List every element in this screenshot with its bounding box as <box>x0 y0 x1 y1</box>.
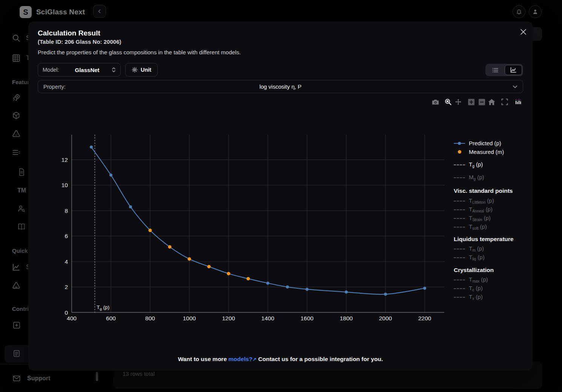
predicted-point <box>109 174 112 177</box>
legend-label: Tc (p) <box>469 285 483 292</box>
predicted-point <box>129 205 132 208</box>
legend-item[interactable]: Tx (p) <box>454 293 535 301</box>
footer-suffix: Contact us for a possible integration fo… <box>256 356 383 362</box>
y-tick-label: 6 <box>64 233 68 239</box>
legend-label: Tx (p) <box>469 294 483 301</box>
legend-item[interactable]: TLittleton (p) <box>454 197 535 205</box>
x-tick-label: 1000 <box>183 315 196 321</box>
legend-item[interactable]: Tc (p) <box>454 284 535 293</box>
property-select[interactable]: Property: log viscosity η, P <box>38 80 523 93</box>
legend-label: Predicted (p) <box>469 140 501 146</box>
measured-point <box>149 229 152 232</box>
legend-label: TStrain (p) <box>469 215 491 222</box>
legend-label: Measured (m) <box>469 149 504 155</box>
models-link[interactable]: models? <box>229 356 253 362</box>
predicted-line <box>91 147 425 294</box>
pan-icon[interactable] <box>454 98 462 106</box>
zoom-icon[interactable] <box>444 98 452 106</box>
x-tick-label: 1800 <box>340 315 353 321</box>
legend-swatch <box>454 297 465 298</box>
plotly-logo-icon[interactable] <box>514 97 522 106</box>
autoscale-icon[interactable] <box>501 98 509 106</box>
camera-icon[interactable] <box>431 98 439 106</box>
predicted-point <box>266 281 269 284</box>
legend-item[interactable]: Tg (p) <box>454 160 535 169</box>
x-tick-label: 1200 <box>222 315 235 321</box>
legend-item[interactable]: TStrain (p) <box>454 214 535 223</box>
legend-swatch <box>454 150 465 154</box>
legend-swatch <box>454 164 465 165</box>
home-icon[interactable] <box>487 98 496 106</box>
zoom-out-icon[interactable] <box>478 98 486 106</box>
legend-swatch <box>454 143 465 144</box>
chart-legend: Predicted (p)Measured (m)Tg (p)Mg (p)Vis… <box>454 139 535 301</box>
tg-annotation: Tg (p) <box>97 304 109 311</box>
predicted-point <box>345 291 348 294</box>
legend-item[interactable]: Tmax (p) <box>454 275 535 284</box>
close-button[interactable] <box>518 26 528 37</box>
modal-description: Predict the properties of the glass comp… <box>38 49 241 55</box>
x-tick-label: 800 <box>145 315 155 321</box>
chevron-down-icon <box>513 85 517 88</box>
legend-swatch <box>454 201 465 201</box>
legend-label: Tg (p) <box>469 161 483 168</box>
predicted-point <box>423 287 426 290</box>
legend-swatch <box>454 177 465 178</box>
chart-view-button[interactable] <box>505 65 522 75</box>
legend-label: Tliq (p) <box>469 254 485 261</box>
footer-note: Want to use more models?↗ Contact us for… <box>28 356 533 363</box>
legend-label: TLittleton (p) <box>469 197 494 204</box>
legend-item[interactable]: Measured (m) <box>454 148 535 156</box>
model-label: Model: <box>43 67 59 73</box>
measured-point <box>227 272 230 275</box>
legend-label: Tmax (p) <box>469 276 488 283</box>
legend-swatch <box>454 288 465 289</box>
zoom-in-icon[interactable] <box>467 98 475 106</box>
unit-button[interactable]: Unit <box>125 63 158 77</box>
measured-point <box>207 265 211 268</box>
legend-item[interactable]: Tsoft (p) <box>454 223 535 231</box>
legend-swatch <box>454 280 465 280</box>
x-tick-label: 600 <box>106 315 116 321</box>
y-tick-label: 8 <box>64 208 68 214</box>
legend-swatch <box>454 227 465 228</box>
legend-item[interactable]: TAnneal (p) <box>454 205 535 214</box>
legend-item[interactable]: Predicted (p) <box>454 139 535 148</box>
legend-label: TAnneal (p) <box>469 206 493 213</box>
legend-label: Liquidus temperature <box>454 236 513 243</box>
predicted-point <box>306 288 309 291</box>
legend-label: Tm (p) <box>469 245 484 252</box>
table-view-button[interactable] <box>487 65 504 75</box>
chart-view-icon <box>510 67 516 73</box>
modal-title: Calculation Result <box>38 29 100 37</box>
measured-point <box>247 277 250 280</box>
x-tick-label: 2000 <box>379 315 392 321</box>
legend-group-header: Visc. standard points <box>454 186 535 195</box>
x-tick-label: 400 <box>67 315 77 321</box>
property-value: log viscosity η, P <box>38 83 523 90</box>
legend-item[interactable]: Tm (p) <box>454 244 535 253</box>
unit-label: Unit <box>141 67 151 73</box>
model-select[interactable]: Model: GlassNet <box>38 63 121 77</box>
view-toggle <box>485 64 523 76</box>
y-tick-label: 12 <box>61 157 68 163</box>
legend-swatch <box>454 209 465 210</box>
viscosity-chart[interactable]: 4006008001000120014001600180020002200024… <box>57 132 449 328</box>
legend-swatch <box>454 249 465 249</box>
measured-point <box>188 257 191 261</box>
legend-label: Tsoft (p) <box>469 223 487 231</box>
legend-label: Mg (p) <box>469 174 484 181</box>
legend-label: Visc. standard points <box>454 188 513 194</box>
legend-item[interactable]: Mg (p) <box>454 173 535 182</box>
external-link-icon: ↗ <box>252 357 256 362</box>
predicted-point <box>384 293 387 296</box>
legend-swatch <box>454 257 465 258</box>
y-tick-label: 10 <box>61 182 68 188</box>
legend-item[interactable]: Tliq (p) <box>454 253 535 262</box>
gear-icon <box>132 67 138 73</box>
x-tick-label: 1400 <box>261 315 275 321</box>
y-tick-label: 4 <box>64 258 68 265</box>
measured-point <box>168 245 172 249</box>
model-value: GlassNet <box>75 67 100 73</box>
predicted-point <box>286 286 289 289</box>
